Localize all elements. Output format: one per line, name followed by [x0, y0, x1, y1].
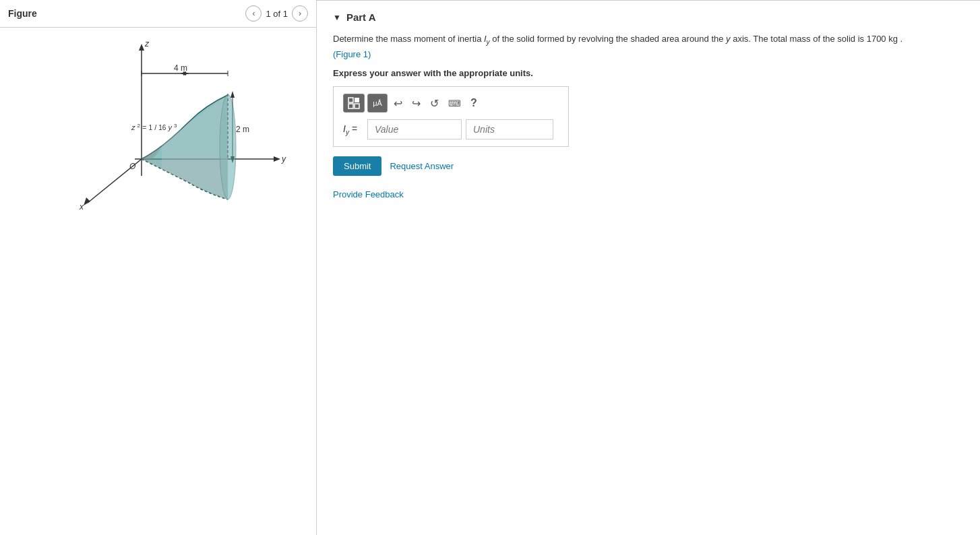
undo-button[interactable]: ↩: [390, 94, 406, 113]
part-title: Part A: [346, 11, 376, 23]
svg-rect-26: [348, 98, 353, 102]
svg-text:z: z: [144, 39, 150, 49]
mu-button[interactable]: μÅ: [367, 94, 388, 113]
svg-rect-27: [355, 98, 359, 102]
part-section: ▼ Part A Determine the mass moment of in…: [317, 1, 980, 210]
value-input[interactable]: [367, 119, 462, 139]
figure-header: Figure ‹ 1 of 1 ›: [0, 0, 316, 28]
reset-button[interactable]: ↺: [427, 94, 442, 113]
feedback-link[interactable]: Provide Feedback: [333, 189, 964, 199]
express-text: Express your answer with the appropriate…: [333, 68, 964, 78]
figure-link[interactable]: (Figure 1): [333, 49, 371, 59]
svg-text:y: y: [281, 154, 286, 164]
undo-icon: ↩: [394, 97, 402, 110]
answer-row: Iy =: [343, 119, 559, 139]
redo-button[interactable]: ↪: [408, 94, 424, 113]
nav-next-button[interactable]: ›: [292, 5, 308, 22]
svg-rect-29: [355, 104, 359, 108]
y-variable: y: [726, 34, 731, 44]
toolbar: μÅ ↩ ↪ ↺ ⌨: [343, 94, 559, 113]
left-panel: Figure ‹ 1 of 1 › z y: [0, 0, 317, 535]
part-header: ▼ Part A: [333, 11, 964, 23]
mu-icon: μÅ: [373, 99, 382, 107]
matrix-icon: [348, 97, 360, 109]
answer-box: μÅ ↩ ↪ ↺ ⌨: [333, 86, 569, 147]
action-row: Submit Request Answer: [333, 156, 964, 176]
svg-rect-28: [348, 104, 353, 108]
figure-svg-container: z y x O 4 m: [0, 28, 316, 230]
right-panel: ▼ Part A Determine the mass moment of in…: [317, 0, 980, 535]
figure-content: z y x O 4 m: [0, 28, 316, 535]
keyboard-button[interactable]: ⌨: [445, 94, 464, 113]
svg-text:O: O: [129, 162, 135, 171]
svg-text:x: x: [79, 202, 84, 212]
nav-count: 1 of 1: [266, 9, 288, 19]
request-answer-link[interactable]: Request Answer: [390, 161, 454, 171]
figure-title: Figure: [8, 8, 37, 19]
keyboard-icon: ⌨: [448, 98, 461, 108]
figure-svg: z y x O 4 m: [27, 34, 290, 223]
svg-text:2 m: 2 m: [236, 125, 249, 134]
units-input[interactable]: [466, 119, 553, 139]
help-button[interactable]: ?: [467, 94, 481, 113]
help-icon: ?: [470, 97, 477, 109]
figure-nav: ‹ 1 of 1 ›: [245, 5, 308, 22]
problem-text: Determine the mass moment of inertia Iy …: [333, 32, 964, 61]
reset-icon: ↺: [430, 97, 439, 110]
submit-button[interactable]: Submit: [333, 156, 381, 176]
matrix-button[interactable]: [343, 94, 365, 113]
nav-prev-button[interactable]: ‹: [245, 5, 262, 22]
collapse-arrow[interactable]: ▼: [333, 13, 341, 22]
redo-icon: ↪: [412, 97, 421, 110]
svg-text:4 m: 4 m: [174, 63, 187, 73]
iy-variable: Iy: [484, 34, 490, 44]
answer-label: Iy =: [343, 123, 363, 136]
